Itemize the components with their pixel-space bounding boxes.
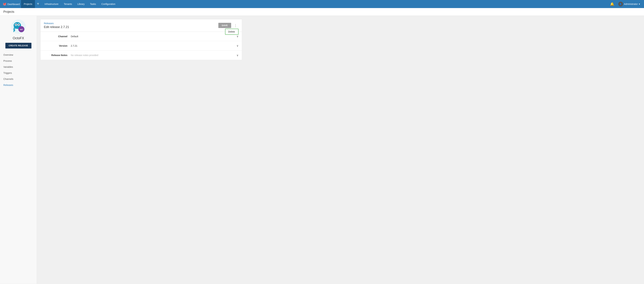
dashboard-link[interactable]: 🐙 Dashboard	[3, 2, 20, 6]
save-button[interactable]: SAVE	[218, 23, 231, 28]
release-notes-value: No release notes provided	[71, 54, 236, 57]
svg-point-6	[16, 24, 16, 25]
user-dropdown-chevron-icon: ▾	[639, 3, 640, 5]
channel-value: Default	[71, 35, 236, 38]
card-header-left: Releases Edit release 2.7.21	[44, 22, 69, 29]
channel-label: Channel	[44, 35, 71, 38]
project-name: OctoFX	[13, 36, 24, 40]
nav-item-projects[interactable]: Projects	[21, 0, 35, 8]
user-menu[interactable]: 👤 Administrator ▾	[617, 2, 641, 6]
dashboard-label: Dashboard	[8, 3, 20, 5]
sidebar-item-channels-label: Channels	[3, 78, 13, 80]
nav-item-tenants[interactable]: Tenants	[61, 0, 75, 8]
sidebar-nav: Overview Process Variables Triggers Chan…	[0, 52, 37, 88]
top-navigation: 🐙 Dashboard Projects 🔍 Infrastructure Te…	[0, 0, 644, 8]
main-layout: .NET OctoFX CREATE RELEASE Overview Proc…	[0, 16, 644, 284]
version-chevron-icon[interactable]: ∨	[236, 44, 238, 47]
sidebar-item-overview[interactable]: Overview	[0, 52, 37, 58]
version-label: Version	[44, 44, 71, 47]
nav-item-search[interactable]: 🔍	[35, 0, 42, 8]
channel-chevron-icon[interactable]: ∨	[236, 35, 238, 38]
release-notes-row: Release Notes No release notes provided …	[40, 50, 242, 60]
dropdown-menu: Delete	[225, 29, 238, 35]
card-header-right: SAVE ⋮ Delete	[218, 23, 238, 28]
sidebar-item-releases-label: Releases	[3, 84, 13, 86]
sidebar-item-channels[interactable]: Channels	[0, 76, 37, 82]
card-title: Edit release 2.7.21	[44, 25, 69, 29]
nav-library-label: Library	[78, 3, 85, 5]
nav-infrastructure-label: Infrastructure	[44, 3, 58, 5]
nav-tenants-label: Tenants	[64, 3, 72, 5]
nav-item-configuration[interactable]: Configuration	[99, 0, 118, 8]
sidebar-item-variables[interactable]: Variables	[0, 64, 37, 70]
sidebar: .NET OctoFX CREATE RELEASE Overview Proc…	[0, 16, 37, 284]
sidebar-item-triggers[interactable]: Triggers	[0, 70, 37, 76]
release-notes-label: Release Notes	[44, 54, 71, 57]
create-release-button[interactable]: CREATE RELEASE	[6, 43, 32, 48]
version-value: 2.7.21	[71, 44, 236, 47]
nav-items: Projects 🔍 Infrastructure Tenants Librar…	[21, 0, 608, 8]
card-header: Releases Edit release 2.7.21 SAVE ⋮ Dele…	[40, 19, 242, 32]
svg-text:.NET: .NET	[20, 29, 23, 30]
nav-item-infrastructure[interactable]: Infrastructure	[42, 0, 61, 8]
delete-option[interactable]: Delete	[226, 29, 238, 34]
more-options-button[interactable]: ⋮	[232, 23, 238, 28]
page-title: Projects	[3, 10, 641, 13]
svg-point-7	[18, 24, 19, 25]
nav-right: 🔔 👤 Administrator ▾	[609, 1, 641, 7]
octopus-brand-icon: 🐙	[3, 2, 6, 6]
nav-projects-label: Projects	[24, 3, 32, 5]
sidebar-item-overview-label: Overview	[3, 53, 13, 56]
sidebar-item-variables-label: Variables	[3, 66, 13, 68]
page-header: Projects	[0, 8, 644, 16]
search-icon: 🔍	[37, 3, 40, 5]
project-logo: .NET	[11, 19, 26, 34]
sidebar-item-triggers-label: Triggers	[3, 72, 12, 74]
nav-tasks-label: Tasks	[90, 3, 96, 5]
sidebar-item-process[interactable]: Process	[0, 58, 37, 64]
nav-configuration-label: Configuration	[101, 3, 115, 5]
breadcrumb-releases-link[interactable]: Releases	[44, 22, 54, 25]
nav-item-library[interactable]: Library	[75, 0, 88, 8]
notifications-bell-icon[interactable]: 🔔	[609, 1, 616, 7]
sidebar-item-releases[interactable]: Releases	[0, 82, 37, 88]
release-notes-chevron-icon[interactable]: ∨	[236, 54, 238, 57]
version-row: Version 2.7.21 ∨	[40, 41, 242, 50]
user-name-label: Administrator	[624, 3, 638, 5]
avatar-icon: 👤	[619, 3, 622, 5]
main-content: Releases Edit release 2.7.21 SAVE ⋮ Dele…	[37, 16, 644, 284]
sidebar-item-process-label: Process	[3, 60, 12, 62]
edit-release-card: Releases Edit release 2.7.21 SAVE ⋮ Dele…	[40, 19, 242, 60]
avatar: 👤	[618, 2, 623, 6]
nav-item-tasks[interactable]: Tasks	[87, 0, 99, 8]
channel-row: Channel Default ∨	[40, 32, 242, 41]
